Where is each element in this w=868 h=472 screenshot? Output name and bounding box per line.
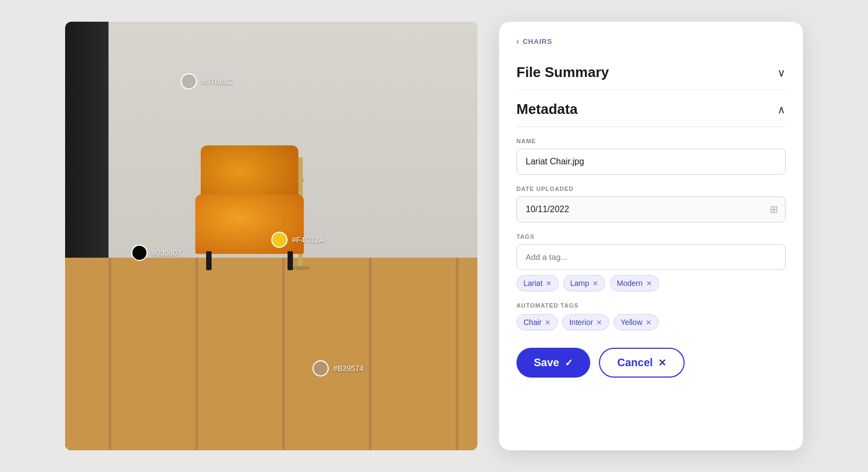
tag-modern: Modern ✕ xyxy=(610,275,659,291)
main-container: #B7B6B2 #030807 #F4C71A #B39574 ‹ CHAIRS… xyxy=(65,22,803,450)
auto-tags-label: AUTOMATED TAGS xyxy=(516,302,786,309)
name-field-group: NAME xyxy=(516,138,786,175)
tag-lariat-label: Lariat xyxy=(524,279,542,288)
tag-lariat: Lariat ✕ xyxy=(516,275,559,291)
metadata-chevron-icon: ∧ xyxy=(777,103,786,116)
tag-chair-remove[interactable]: ✕ xyxy=(545,318,551,327)
breadcrumb: ‹ CHAIRS xyxy=(516,37,786,46)
save-label: Save xyxy=(534,356,559,369)
tag-modern-label: Modern xyxy=(617,279,642,288)
room-floor xyxy=(65,258,477,451)
tag-chair: Chair ✕ xyxy=(516,314,558,330)
tag-lariat-remove[interactable]: ✕ xyxy=(546,279,552,288)
tag-lamp: Lamp ✕ xyxy=(563,275,605,291)
color-marker-4: #B39574 xyxy=(312,360,363,377)
color-label-2: #030807 xyxy=(152,248,182,257)
tag-chair-label: Chair xyxy=(524,318,541,327)
color-label-4: #B39574 xyxy=(333,364,363,373)
auto-tags-field-group: AUTOMATED TAGS Chair ✕ Interior ✕ Yellow… xyxy=(516,302,786,330)
date-input-wrapper: ⊞ xyxy=(516,196,786,222)
cancel-x-icon: ✕ xyxy=(658,357,666,369)
manual-tags-container: Lariat ✕ Lamp ✕ Modern ✕ xyxy=(516,275,786,291)
file-summary-title: File Summary xyxy=(516,64,609,81)
date-label: DATE UPLOADED xyxy=(516,186,786,192)
tag-lamp-label: Lamp xyxy=(570,279,589,288)
tags-input[interactable] xyxy=(516,244,786,270)
color-swatch-2 xyxy=(131,245,148,261)
file-summary-chevron-icon: ∨ xyxy=(777,66,786,79)
date-field-group: DATE UPLOADED ⊞ xyxy=(516,186,786,222)
auto-tags-container: Chair ✕ Interior ✕ Yellow ✕ xyxy=(516,314,786,330)
metadata-section: Metadata ∧ NAME DATE UPLOADED ⊞ TAGS xyxy=(516,92,786,330)
color-swatch-4 xyxy=(312,360,329,377)
color-marker-2: #030807 xyxy=(131,245,182,261)
tag-lamp-remove[interactable]: ✕ xyxy=(592,279,598,288)
color-label-1: #B7B6B2 xyxy=(201,77,233,86)
tag-interior-label: Interior xyxy=(569,318,593,327)
tags-label: TAGS xyxy=(516,233,786,240)
right-panel: ‹ CHAIRS File Summary ∨ Metadata ∧ NAME … xyxy=(499,22,803,450)
breadcrumb-label: CHAIRS xyxy=(522,37,552,46)
color-marker-1: #B7B6B2 xyxy=(181,73,233,90)
color-swatch-1 xyxy=(181,73,197,90)
tag-modern-remove[interactable]: ✕ xyxy=(646,279,652,288)
tags-field-group: TAGS Lariat ✕ Lamp ✕ Modern ✕ xyxy=(516,233,786,291)
color-marker-3: #F4C71A xyxy=(271,232,324,248)
tag-yellow-remove[interactable]: ✕ xyxy=(646,318,652,327)
cancel-button[interactable]: Cancel ✕ xyxy=(599,348,685,378)
tag-interior-remove[interactable]: ✕ xyxy=(596,318,602,327)
tag-yellow: Yellow ✕ xyxy=(614,314,659,330)
chair-leg-right xyxy=(288,251,293,270)
metadata-header[interactable]: Metadata ∧ xyxy=(516,92,786,127)
file-summary-header[interactable]: File Summary ∨ xyxy=(516,55,786,90)
image-panel: #B7B6B2 #030807 #F4C71A #B39574 xyxy=(65,22,477,450)
name-label: NAME xyxy=(516,138,786,144)
breadcrumb-arrow-icon: ‹ xyxy=(516,37,519,46)
calendar-icon[interactable]: ⊞ xyxy=(770,203,778,215)
save-button[interactable]: Save ✓ xyxy=(516,348,590,378)
metadata-title: Metadata xyxy=(516,101,578,118)
cancel-label: Cancel xyxy=(617,356,653,369)
action-buttons: Save ✓ Cancel ✕ xyxy=(516,348,786,378)
tag-yellow-label: Yellow xyxy=(621,318,642,327)
tag-interior: Interior ✕ xyxy=(562,314,609,330)
name-input[interactable] xyxy=(516,149,786,175)
save-check-icon: ✓ xyxy=(565,357,573,369)
chair xyxy=(184,151,315,270)
color-label-3: #F4C71A xyxy=(292,235,324,244)
date-input[interactable] xyxy=(516,196,786,222)
chair-leg-left xyxy=(206,251,212,270)
color-swatch-3 xyxy=(271,232,288,248)
